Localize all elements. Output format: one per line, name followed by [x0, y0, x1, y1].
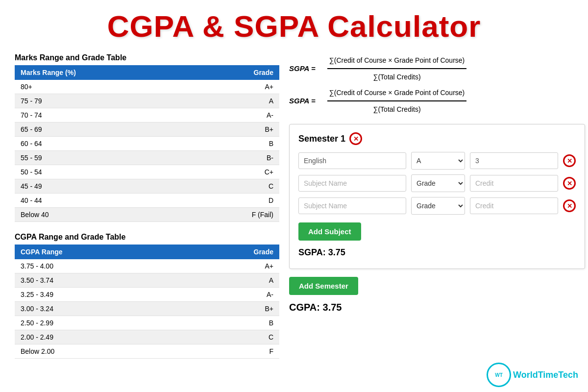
marks-range-cell: 75 - 79	[15, 94, 191, 108]
cgpa-table-row: 3.75 - 4.00A+	[15, 259, 279, 273]
sgpa-result: SGPA: 3.75	[298, 247, 576, 258]
subject-row: GradeA+AA-B+BB-C+CDF	[298, 152, 576, 170]
remove-subject-button[interactable]	[563, 154, 576, 167]
marks-range-table: Marks Range (%) Grade 80+A+75 - 79A70 - …	[15, 65, 279, 222]
marks-range-cell: 55 - 59	[15, 151, 191, 165]
formula-label-1: SGPA =	[289, 61, 316, 76]
watermark-circle: WT	[487, 363, 511, 387]
cgpa-grade-cell: A	[181, 273, 279, 288]
formula-denominator-2: ∑(Total Credits)	[371, 101, 422, 116]
marks-grade-header: Grade	[191, 65, 279, 80]
cgpa-result: CGPA: 3.75	[289, 302, 585, 313]
cgpa-range-cell: 3.00 - 3.24	[15, 302, 181, 316]
formula-numerator-1: ∑(Credit of Course × Grade Point of Cour…	[327, 53, 467, 69]
marks-table-title: Marks Range and Grade Table	[15, 53, 279, 62]
cgpa-table-title: CGPA Range and Grade Table	[15, 233, 279, 242]
marks-grade-cell: B+	[191, 122, 279, 137]
credit-input[interactable]	[470, 175, 558, 192]
main-content: Marks Range and Grade Table Marks Range …	[0, 49, 588, 374]
marks-grade-cell: D	[191, 194, 279, 208]
marks-range-cell: 80+	[15, 80, 191, 94]
marks-grade-cell: B	[191, 137, 279, 151]
cgpa-range-cell: 2.50 - 2.99	[15, 316, 181, 330]
page-header: CGPA & SGPA Calculator	[0, 0, 588, 49]
subject-name-input[interactable]	[298, 175, 406, 192]
cgpa-grade-cell: F	[181, 344, 279, 359]
formula-denominator-1: ∑(Total Credits)	[371, 69, 422, 84]
semester-1-header: Semester 1	[298, 132, 576, 145]
subject-row: GradeA+AA-B+BB-C+CDF	[298, 197, 576, 215]
cgpa-range-cell: 3.75 - 4.00	[15, 259, 181, 273]
grade-select[interactable]: GradeA+AA-B+BB-C+CDF	[411, 152, 465, 170]
cgpa-grade-cell: C	[181, 330, 279, 344]
page-title: CGPA & SGPA Calculator	[0, 9, 588, 44]
marks-range-cell: 45 - 49	[15, 179, 191, 194]
cgpa-table-row: 3.50 - 3.74A	[15, 273, 279, 288]
marks-table-row: 75 - 79A	[15, 94, 279, 108]
add-semester-button[interactable]: Add Semester	[289, 277, 358, 295]
cgpa-table-row: Below 2.00F	[15, 344, 279, 359]
marks-table-row: Below 40F (Fail)	[15, 208, 279, 222]
marks-grade-cell: C+	[191, 165, 279, 179]
remove-semester-1-button[interactable]	[349, 132, 362, 145]
cgpa-grade-cell: B	[181, 316, 279, 330]
watermark-initials: WT	[495, 372, 503, 378]
semester-1-card: Semester 1 GradeA+AA-B+BB-C+CDFGradeA+AA…	[289, 124, 585, 269]
cgpa-range-header: CGPA Range	[15, 245, 181, 259]
add-subject-button[interactable]: Add Subject	[298, 222, 361, 241]
marks-table-row: 45 - 49C	[15, 179, 279, 194]
marks-range-header: Marks Range (%)	[15, 65, 191, 80]
marks-grade-cell: B-	[191, 151, 279, 165]
cgpa-table-row: 3.25 - 3.49A-	[15, 288, 279, 302]
left-column: Marks Range and Grade Table Marks Range …	[15, 53, 279, 369]
grade-select[interactable]: GradeA+AA-B+BB-C+CDF	[411, 174, 465, 192]
cgpa-range-table: CGPA Range Grade 3.75 - 4.00A+3.50 - 3.7…	[15, 245, 279, 359]
marks-range-cell: 65 - 69	[15, 122, 191, 137]
cgpa-grade-cell: B+	[181, 302, 279, 316]
marks-grade-cell: A+	[191, 80, 279, 94]
semester-1-title: Semester 1	[298, 134, 345, 144]
marks-grade-cell: C	[191, 179, 279, 194]
formula-fraction-1: ∑(Credit of Course × Grade Point of Cour…	[327, 53, 467, 84]
remove-subject-button[interactable]	[563, 199, 576, 212]
formula-area: SGPA = ∑(Credit of Course × Grade Point …	[289, 53, 585, 116]
marks-table-row: 70 - 74A-	[15, 108, 279, 122]
subject-name-input[interactable]	[298, 197, 406, 214]
marks-table-row: 80+A+	[15, 80, 279, 94]
marks-range-cell: Below 40	[15, 208, 191, 222]
cgpa-table-row: 2.00 - 2.49C	[15, 330, 279, 344]
cgpa-range-cell: 3.25 - 3.49	[15, 288, 181, 302]
marks-table-row: 55 - 59B-	[15, 151, 279, 165]
right-column: SGPA = ∑(Credit of Course × Grade Point …	[289, 53, 585, 369]
marks-grade-cell: F (Fail)	[191, 208, 279, 222]
cgpa-table-row: 2.50 - 2.99B	[15, 316, 279, 330]
subject-rows-container: GradeA+AA-B+BB-C+CDFGradeA+AA-B+BB-C+CDF…	[298, 152, 576, 215]
subject-row: GradeA+AA-B+BB-C+CDF	[298, 174, 576, 192]
marks-range-cell: 50 - 54	[15, 165, 191, 179]
marks-table-row: 50 - 54C+	[15, 165, 279, 179]
marks-grade-cell: A	[191, 94, 279, 108]
watermark-text: WorldTimeTech	[513, 370, 578, 380]
cgpa-range-cell: 3.50 - 3.74	[15, 273, 181, 288]
cgpa-range-cell: Below 2.00	[15, 344, 181, 359]
cgpa-grade-header: Grade	[181, 245, 279, 259]
marks-range-cell: 60 - 64	[15, 137, 191, 151]
subject-name-input[interactable]	[298, 152, 406, 169]
formula-label-2: SGPA =	[289, 94, 316, 108]
cgpa-grade-cell: A+	[181, 259, 279, 273]
marks-table-row: 65 - 69B+	[15, 122, 279, 137]
marks-table-row: 40 - 44D	[15, 194, 279, 208]
credit-input[interactable]	[470, 197, 558, 214]
formula-numerator-2: ∑(Credit of Course × Grade Point of Cour…	[327, 86, 467, 101]
formula-fraction-2: ∑(Credit of Course × Grade Point of Cour…	[327, 86, 467, 116]
cgpa-grade-cell: A-	[181, 288, 279, 302]
remove-subject-button[interactable]	[563, 177, 576, 190]
marks-grade-cell: A-	[191, 108, 279, 122]
marks-range-cell: 70 - 74	[15, 108, 191, 122]
marks-table-row: 60 - 64B	[15, 137, 279, 151]
formula-line-1: SGPA = ∑(Credit of Course × Grade Point …	[289, 53, 585, 84]
grade-select[interactable]: GradeA+AA-B+BB-C+CDF	[411, 197, 465, 215]
marks-range-cell: 40 - 44	[15, 194, 191, 208]
cgpa-table-row: 3.00 - 3.24B+	[15, 302, 279, 316]
credit-input[interactable]	[470, 152, 558, 169]
